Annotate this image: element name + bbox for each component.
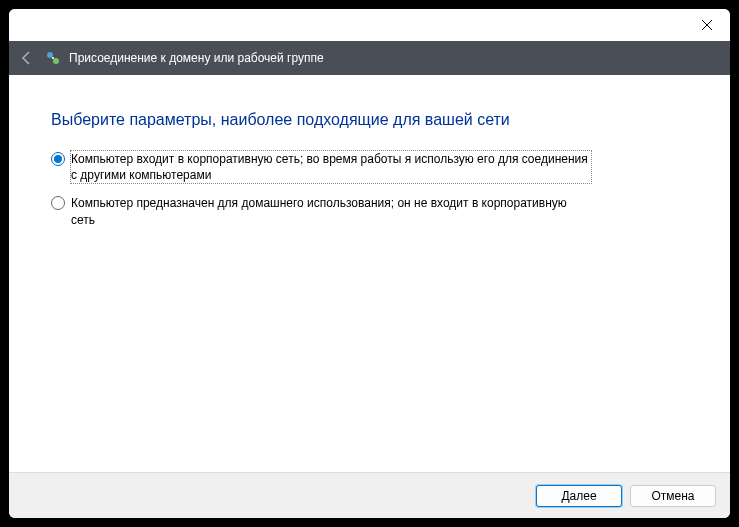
wizard-title: Присоединение к домену или рабочей групп… bbox=[69, 51, 324, 65]
back-button[interactable] bbox=[17, 48, 37, 68]
wizard-footer: Далее Отмена bbox=[9, 472, 730, 518]
page-heading: Выберите параметры, наиболее подходящие … bbox=[51, 111, 688, 129]
radio-label: Компьютер предназначен для домашнего исп… bbox=[71, 195, 591, 227]
next-button[interactable]: Далее bbox=[536, 485, 622, 507]
back-arrow-icon bbox=[19, 50, 35, 66]
radio-label: Компьютер входит в корпоративную сеть; в… bbox=[71, 151, 591, 183]
titlebar bbox=[9, 9, 730, 41]
radio-option-corporate[interactable]: Компьютер входит в корпоративную сеть; в… bbox=[51, 151, 688, 183]
content-area: Выберите параметры, наиболее подходящие … bbox=[9, 75, 730, 472]
radio-group: Компьютер входит в корпоративную сеть; в… bbox=[51, 151, 688, 228]
wizard-header: Присоединение к домену или рабочей групп… bbox=[9, 41, 730, 75]
cancel-button[interactable]: Отмена bbox=[630, 485, 716, 507]
radio-option-home[interactable]: Компьютер предназначен для домашнего исп… bbox=[51, 195, 688, 227]
close-button[interactable] bbox=[684, 9, 730, 41]
wizard-window: Присоединение к домену или рабочей групп… bbox=[9, 9, 730, 518]
svg-rect-4 bbox=[52, 57, 54, 59]
radio-indicator bbox=[51, 196, 65, 210]
network-icon bbox=[45, 50, 61, 66]
close-icon bbox=[702, 20, 712, 30]
radio-indicator bbox=[51, 152, 65, 166]
